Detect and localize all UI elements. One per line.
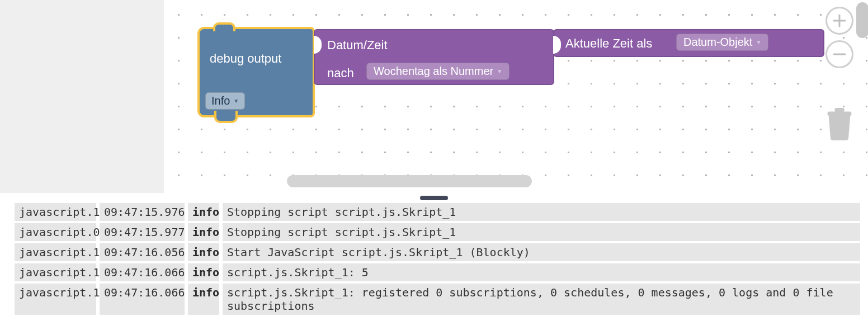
log-message: Stopping script script.js.Skript_1 bbox=[223, 203, 860, 221]
splitter-grip bbox=[420, 196, 448, 200]
log-level: info bbox=[188, 203, 219, 221]
blockly-canvas[interactable]: debug output Info ▼ Datum/Zeit nach Woch… bbox=[164, 0, 868, 193]
log-row[interactable]: javascript.109:47:15.976infoStopping scr… bbox=[15, 203, 860, 221]
log-source: javascript.1 bbox=[15, 263, 96, 281]
vertical-scrollbar[interactable] bbox=[856, 2, 868, 38]
log-message: script.js.Skript_1: registered 0 subscri… bbox=[223, 284, 860, 315]
debug-level-value: Info bbox=[211, 95, 230, 107]
log-time: 09:47:16.066 bbox=[100, 284, 185, 315]
log-level: info bbox=[188, 243, 219, 261]
log-panel[interactable]: javascript.109:47:15.976infoStopping scr… bbox=[15, 203, 868, 335]
debug-level-dropdown[interactable]: Info ▼ bbox=[205, 92, 245, 110]
datetime-unit-dropdown[interactable]: Wochentag als Nummer ▼ bbox=[366, 63, 510, 80]
log-level: info bbox=[188, 284, 219, 315]
chevron-down-icon: ▼ bbox=[756, 39, 761, 45]
log-source: javascript.1 bbox=[15, 203, 96, 221]
log-level: info bbox=[188, 263, 219, 281]
now-format-value: Datum-Objekt bbox=[683, 36, 752, 49]
log-row[interactable]: javascript.009:47:15.977infoStopping scr… bbox=[15, 223, 860, 241]
log-message: Stopping script script.js.Skript_1 bbox=[223, 223, 860, 241]
log-row[interactable]: javascript.109:47:16.066infoscript.js.Sk… bbox=[15, 263, 860, 281]
log-message: Start JavaScript script.js.Skript_1 (Blo… bbox=[223, 243, 860, 261]
log-time: 09:47:15.976 bbox=[100, 203, 185, 221]
log-source: javascript.0 bbox=[15, 223, 96, 241]
zoom-in-button[interactable] bbox=[825, 7, 853, 35]
datetime-header: Datum/Zeit bbox=[327, 38, 388, 53]
log-source: javascript.1 bbox=[15, 243, 96, 261]
trash-icon bbox=[825, 108, 854, 140]
debug-label: debug output bbox=[210, 51, 281, 66]
block-input-notch bbox=[553, 36, 561, 54]
zoom-out-button[interactable] bbox=[825, 40, 853, 68]
panel-splitter[interactable] bbox=[0, 193, 868, 203]
log-time: 09:47:16.056 bbox=[100, 243, 185, 261]
svg-rect-0 bbox=[828, 111, 852, 116]
minus-icon bbox=[831, 46, 848, 63]
blockly-toolbox[interactable] bbox=[0, 0, 164, 193]
plus-icon bbox=[831, 12, 848, 29]
log-time: 09:47:15.977 bbox=[100, 223, 185, 241]
log-row[interactable]: javascript.109:47:16.056infoStart JavaSc… bbox=[15, 243, 860, 261]
log-level: info bbox=[188, 223, 219, 241]
now-format-dropdown[interactable]: Datum-Objekt ▼ bbox=[676, 34, 768, 51]
chevron-down-icon: ▼ bbox=[497, 68, 502, 74]
log-gutter bbox=[0, 203, 15, 335]
datetime-unit-value: Wochentag als Nummer bbox=[374, 65, 493, 78]
block-input-notch bbox=[314, 36, 322, 54]
datetime-nach-label: nach bbox=[327, 66, 354, 81]
svg-rect-1 bbox=[834, 108, 844, 112]
chevron-down-icon: ▼ bbox=[233, 98, 239, 104]
log-time: 09:47:16.066 bbox=[100, 263, 185, 281]
block-top-notch bbox=[213, 22, 235, 31]
horizontal-scrollbar[interactable] bbox=[287, 175, 532, 187]
block-time-now[interactable]: Aktuelle Zeit als Datum-Objekt ▼ bbox=[553, 29, 824, 57]
block-debug-output[interactable]: debug output Info ▼ bbox=[197, 27, 315, 117]
log-source: javascript.1 bbox=[15, 284, 96, 315]
log-message: script.js.Skript_1: 5 bbox=[223, 263, 860, 281]
trash-button[interactable] bbox=[823, 107, 856, 141]
log-row[interactable]: javascript.109:47:16.066infoscript.js.Sk… bbox=[15, 284, 860, 315]
now-label: Aktuelle Zeit als bbox=[565, 36, 652, 51]
block-datetime-convert[interactable]: Datum/Zeit nach Wochentag als Nummer ▼ bbox=[314, 29, 554, 85]
